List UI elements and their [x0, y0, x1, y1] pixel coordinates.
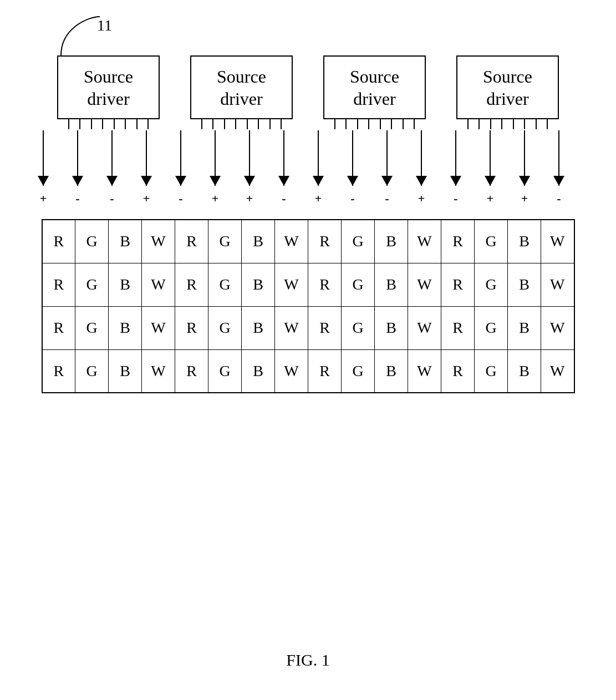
pixel-cell: B — [508, 220, 541, 263]
svg-text:+: + — [521, 191, 528, 205]
pixel-cell: B — [242, 349, 275, 393]
svg-marker-16 — [38, 176, 49, 186]
svg-marker-31 — [553, 176, 564, 186]
pixel-cell: G — [475, 220, 508, 263]
driver-4: Sourcedriver — [456, 55, 559, 119]
connector-tab — [91, 118, 103, 129]
pixel-cell: B — [109, 306, 142, 349]
pixel-cell: G — [475, 306, 508, 349]
svg-text:+: + — [211, 191, 218, 205]
pixel-cell: B — [242, 306, 275, 349]
pixel-cell: R — [441, 220, 475, 263]
svg-text:-: - — [557, 191, 561, 205]
pixel-cell: W — [142, 306, 175, 349]
pixel-cell: R — [175, 306, 208, 349]
pixel-cell: G — [475, 263, 508, 306]
pixel-cell: B — [109, 349, 142, 393]
connector-tab — [247, 118, 259, 129]
pixel-cell: W — [408, 220, 441, 263]
svg-text:-: - — [75, 191, 79, 205]
connector-tab — [68, 118, 80, 129]
svg-marker-28 — [450, 176, 461, 186]
pixel-cell: B — [508, 349, 541, 393]
svg-text:+: + — [314, 191, 322, 205]
connector-tab — [334, 118, 347, 129]
pixel-cell: G — [342, 220, 375, 263]
pixel-cell: R — [308, 263, 342, 306]
pixel-cell: R — [308, 349, 342, 393]
svg-marker-22 — [244, 176, 255, 186]
svg-text:+: + — [142, 191, 150, 205]
driver-box-3: Sourcedriver — [323, 55, 426, 119]
driver-box-2: Sourcedriver — [190, 55, 293, 119]
pixel-cell: W — [275, 263, 308, 306]
pixel-cell: B — [109, 263, 142, 306]
svg-marker-17 — [72, 176, 83, 186]
pixel-cell: B — [508, 306, 541, 349]
pixel-cell: R — [441, 263, 475, 306]
pixel-cell: R — [441, 306, 475, 349]
connector-tab — [136, 118, 149, 129]
ref-line — [44, 11, 111, 61]
svg-text:-: - — [454, 191, 457, 205]
svg-text:+: + — [39, 191, 47, 205]
connector-tab — [357, 118, 369, 129]
pixel-cell: B — [375, 349, 408, 393]
pixel-cell: R — [42, 349, 75, 393]
svg-marker-30 — [519, 176, 530, 186]
svg-marker-24 — [313, 176, 324, 186]
connector-tab — [380, 118, 392, 129]
connector-tab — [403, 118, 415, 129]
pixel-cell: R — [441, 349, 475, 393]
pixel-cell: W — [142, 263, 175, 306]
driver-3: Sourcedriver — [323, 55, 426, 119]
pixel-cell: R — [42, 220, 75, 263]
svg-text:-: - — [385, 191, 389, 205]
svg-marker-18 — [106, 176, 118, 186]
pixel-cell: G — [75, 220, 109, 263]
pixel-cell: G — [342, 306, 375, 349]
pixel-cell: B — [242, 263, 275, 306]
pixel-cell: W — [541, 263, 574, 306]
svg-marker-26 — [381, 176, 393, 186]
driver-2: Sourcedriver — [190, 55, 293, 119]
driver-box-1: Sourcedriver — [57, 55, 160, 119]
svg-text:-: - — [110, 191, 114, 205]
pixel-cell: G — [75, 349, 109, 393]
svg-text:+: + — [486, 191, 493, 205]
svg-marker-27 — [416, 176, 427, 186]
pixel-cell: G — [342, 263, 375, 306]
pixel-cell: W — [408, 306, 441, 349]
pixel-cell: R — [175, 349, 208, 393]
pixel-cell: W — [142, 349, 175, 393]
pixel-cell: R — [42, 306, 75, 349]
svg-marker-25 — [347, 176, 358, 186]
pixel-cell: R — [308, 306, 342, 349]
svg-marker-23 — [278, 176, 289, 186]
connector-tab — [513, 118, 525, 129]
pixel-cell: G — [208, 349, 242, 393]
pixel-cell: W — [408, 349, 441, 393]
connector-tab — [490, 118, 502, 129]
pixel-cell: B — [508, 263, 541, 306]
connector-tab — [224, 118, 236, 129]
pixel-cell: B — [375, 263, 408, 306]
pixel-cell: W — [275, 349, 308, 393]
connector-tab — [467, 118, 480, 129]
pixel-cell: R — [42, 263, 75, 306]
pixel-cell: W — [408, 263, 441, 306]
pixel-cell: G — [75, 263, 109, 306]
pixel-cell: W — [541, 349, 574, 393]
pixel-cell: G — [475, 349, 508, 393]
pixel-cell: G — [208, 220, 242, 263]
svg-text:-: - — [350, 191, 354, 205]
pixel-cell: B — [109, 220, 142, 263]
pixel-cell: W — [541, 306, 574, 349]
pixel-cell: W — [541, 220, 574, 263]
svg-marker-21 — [210, 176, 221, 186]
pixel-cell: W — [275, 220, 308, 263]
wires-arrows-svg: + - - + - + + - + - - + - + + - — [26, 130, 591, 219]
driver-box-4: Sourcedriver — [456, 55, 559, 119]
connector-tab — [201, 118, 213, 129]
svg-text:+: + — [246, 191, 253, 205]
